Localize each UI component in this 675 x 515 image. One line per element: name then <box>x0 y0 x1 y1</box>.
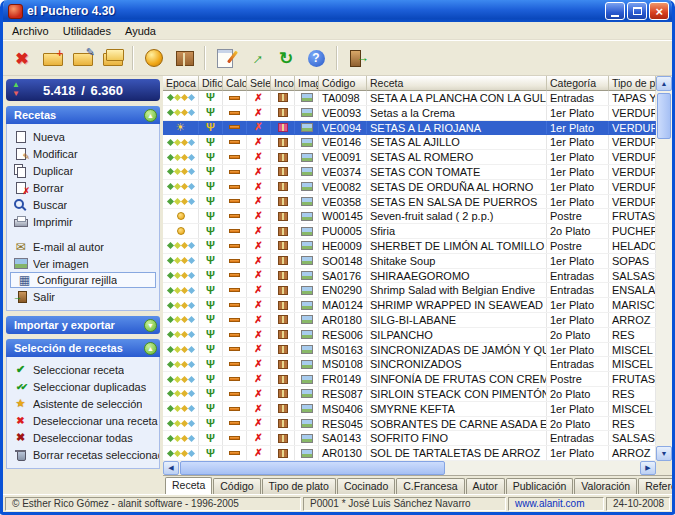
scroll-left-button[interactable] <box>163 461 179 475</box>
minimize-button[interactable] <box>605 2 625 20</box>
horizontal-scroll-thumb[interactable] <box>180 461 445 475</box>
table-row[interactable]: Ψ✗SO0148Shitake Soup1er PlatoSOPAS <box>163 254 656 269</box>
counter-down-icon[interactable]: ▼ <box>12 89 20 98</box>
toolbar-button-folder-edit[interactable] <box>68 45 96 72</box>
column-header-receta[interactable]: Receta <box>367 76 547 91</box>
column-header-categoria[interactable]: Categoría <box>547 76 609 91</box>
tab-tipo-de-plato[interactable]: Tipo de plato <box>262 478 336 494</box>
column-header-incorp[interactable]: Incorp <box>271 76 295 91</box>
tab-receta[interactable]: Receta <box>165 477 212 494</box>
column-header-dificul[interactable]: Dificul <box>199 76 223 91</box>
sidebar-item-nueva[interactable]: Nueva <box>7 128 159 145</box>
sidebar-item-deseleccionar-todas[interactable]: Deseleccionar todas <box>7 429 159 446</box>
table-row[interactable]: Ψ✗SA0176SHIRAAEGOROMOEntradasSALSAS <box>163 269 656 284</box>
sidebar-item-borrar[interactable]: Borrar <box>7 179 159 196</box>
sidebar-item-seleccionar-receta[interactable]: Seleccionar receta <box>7 361 159 378</box>
tab-valoracion[interactable]: Valoración <box>574 478 637 494</box>
sidebar-item-salir[interactable]: Salir <box>7 288 159 305</box>
tab-publicacion[interactable]: Publicación <box>506 478 574 494</box>
column-header-caloria[interactable]: Caloría <box>223 76 247 91</box>
toolbar-button-folder-copy[interactable] <box>98 45 126 72</box>
menu-archivo[interactable]: Archivo <box>5 23 56 39</box>
vertical-scroll-track[interactable] <box>656 91 672 446</box>
table-row[interactable]: Ψ✗AR0180SILG-BI-LABANE1er PlatoARROZ <box>163 313 656 328</box>
table-row[interactable]: Ψ✗AR0130SOL DE TARTALETAS DE ARROZ1er Pl… <box>163 446 656 461</box>
sidebar-item-configurar-rejilla[interactable]: Configurar rejilla <box>10 272 156 288</box>
table-row[interactable]: ☀Ψ✗VE0094SETAS A LA RIOJANA1er PlatoVERD… <box>163 121 656 136</box>
sidebar-item-duplicar[interactable]: Duplicar <box>7 162 159 179</box>
column-header-selecc[interactable]: Selecc <box>247 76 271 91</box>
seleccion-panel-header[interactable]: Selección de recetas <box>6 339 160 357</box>
vertical-scroll-thumb[interactable] <box>657 93 671 139</box>
recetas-panel-header[interactable]: Recetas <box>6 106 160 124</box>
toolbar-button-sphere[interactable] <box>140 45 168 72</box>
expand-down-icon[interactable] <box>144 319 157 332</box>
column-header-codigo[interactable]: Código <box>319 76 367 91</box>
table-row[interactable]: Ψ✗RES006SILPANCHO2o PlatoRES <box>163 328 656 343</box>
difficulty-cell: Ψ <box>199 387 223 401</box>
close-button[interactable] <box>649 2 669 20</box>
table-row[interactable]: Ψ✗MS0163SINCRONIZADAS DE JAMÓN Y QUESO1e… <box>163 343 656 358</box>
season-icon <box>173 257 180 264</box>
table-row[interactable]: Ψ✗VE0091SETAS AL ROMERO1er PlatoVERDUR <box>163 150 656 165</box>
sidebar-item-asistente-de-seleccion[interactable]: Asistente de selección <box>7 395 159 412</box>
toolbar-button-refresh[interactable] <box>272 45 300 72</box>
table-row[interactable]: Ψ✗MA0124SHRIMP WRAPPED IN SEAWEAD1er Pla… <box>163 298 656 313</box>
menu-utilidades[interactable]: Utilidades <box>56 23 118 39</box>
tab-cocinado[interactable]: Cocinado <box>337 478 395 494</box>
toolbar-separator <box>204 46 206 70</box>
sidebar-item-label: Duplicar <box>33 165 73 177</box>
vertical-scrollbar[interactable] <box>656 76 672 461</box>
sidebar-item-seleccionar-duplicadas[interactable]: Seleccionar duplicadas <box>7 378 159 395</box>
table-row[interactable]: Ψ✗FR0149SINFONÍA DE FRUTAS CON CREMAPost… <box>163 372 656 387</box>
importar-panel-header[interactable]: Importar y exportar <box>6 316 160 334</box>
toolbar-button-folder-add[interactable] <box>38 45 66 72</box>
table-row[interactable]: Ψ✗VE0374SETAS CON TOMATE1er PlatoVERDUR <box>163 165 656 180</box>
tab-codigo[interactable]: Código <box>213 478 260 494</box>
table-row[interactable]: Ψ✗VE0358SETAS EN SALSA DE PUERROS1er Pla… <box>163 195 656 210</box>
table-row[interactable]: Ψ✗MS0108SINCRONIZADOSEntradasMISCEL <box>163 357 656 372</box>
horizontal-scroll-track[interactable] <box>179 461 640 475</box>
column-header-tipo-de-plato[interactable]: Tipo de plato <box>609 76 656 91</box>
table-row[interactable]: Ψ✗RES087SIRLOIN STEACK CON PIMENTÓN Y CE… <box>163 387 656 402</box>
table-row[interactable]: Ψ✗SA0143SOFRITO FINOEntradasSALSAS <box>163 431 656 446</box>
sidebar-item-deseleccionar-una-receta[interactable]: Deseleccionar una receta <box>7 412 159 429</box>
toolbar-button-plant[interactable] <box>242 45 270 72</box>
table-row[interactable]: Ψ✗EN0290Shrimp Salad with Belgian Endive… <box>163 283 656 298</box>
toolbar-button-notepad[interactable] <box>212 45 240 72</box>
table-row[interactable]: Ψ✗TA0098SETA A LA PLANCHA CON LA GULA DE… <box>163 91 656 106</box>
table-row[interactable]: Ψ✗HE0009SHERBET DE LIMÓN AL TOMILLOPostr… <box>163 239 656 254</box>
status-website-link[interactable]: www.alanit.com <box>508 497 604 511</box>
sidebar-item-buscar[interactable]: Buscar <box>7 196 159 213</box>
collapse-up-icon[interactable] <box>144 342 157 355</box>
tab-c-francesa[interactable]: C.Francesa <box>396 478 464 494</box>
scroll-right-button[interactable] <box>640 461 656 475</box>
table-row[interactable]: Ψ✗VE0093Setas a la Crema1er PlatoVERDUR <box>163 106 656 121</box>
table-row[interactable]: Ψ✗RES045SOBRANTES DE CARNE ASADA EN EL H… <box>163 417 656 432</box>
collapse-up-icon[interactable] <box>144 109 157 122</box>
maximize-button[interactable] <box>627 2 647 20</box>
sidebar-item-imprimir[interactable]: Imprimir <box>7 213 159 230</box>
table-row[interactable]: Ψ✗PU0005Sfiria2o PlatoPUCHER <box>163 224 656 239</box>
tab-referencia[interactable]: Referencia <box>638 478 672 494</box>
toolbar-button-tools[interactable] <box>8 45 36 72</box>
toolbar-button-help[interactable] <box>302 45 330 72</box>
sidebar-item-e-mail-al-autor[interactable]: E-mail al autor <box>7 238 159 255</box>
toolbar-button-package[interactable] <box>170 45 198 72</box>
horizontal-scrollbar[interactable] <box>163 461 656 475</box>
menu-ayuda[interactable]: Ayuda <box>118 23 163 39</box>
sidebar-item-modificar[interactable]: Modificar <box>7 145 159 162</box>
scroll-down-button[interactable] <box>656 446 672 461</box>
table-row[interactable]: Ψ✗VE0082SETAS DE ORDUÑA AL HORNO1er Plat… <box>163 180 656 195</box>
table-row[interactable]: Ψ✗VE0146SETAS AL AJILLO1er PlatoVERDUR <box>163 135 656 150</box>
column-header-epoca[interactable]: Epoca <box>163 76 199 91</box>
table-row[interactable]: Ψ✗W00145Seven-fruit salad ( 2 p.p.)Postr… <box>163 209 656 224</box>
table-row[interactable]: Ψ✗MS0406SMYRNE KEFTA1er PlatoMISCEL <box>163 402 656 417</box>
sidebar-item-borrar-recetas-seleccionadas[interactable]: Borrar recetas seleccionadas <box>7 446 159 463</box>
counter-up-icon[interactable]: ▲ <box>12 80 20 89</box>
toolbar-button-exit[interactable] <box>344 45 372 72</box>
scroll-up-button[interactable] <box>656 76 672 91</box>
sidebar-item-ver-imagen[interactable]: Ver imagen <box>7 255 159 272</box>
tab-autor[interactable]: Autor <box>466 478 505 494</box>
column-header-image[interactable]: Image <box>295 76 319 91</box>
